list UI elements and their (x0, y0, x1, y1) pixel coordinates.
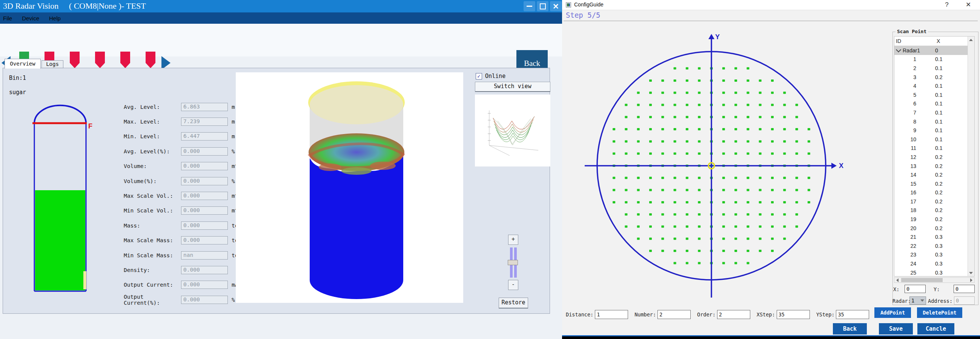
scroll-right-icon[interactable] (968, 277, 974, 282)
ystep-field: YStep: (816, 310, 869, 319)
zoom-in-button[interactable]: + (508, 234, 518, 245)
address-label: Address: (928, 298, 953, 304)
tank-fill-level (35, 190, 85, 290)
table-row[interactable]: 190.2 (894, 215, 968, 224)
close-button[interactable]: ✕ (550, 1, 562, 11)
zoom-out-button[interactable]: - (508, 280, 518, 290)
field-label: XStep: (757, 312, 775, 318)
table-row[interactable]: 220.3 (894, 241, 968, 250)
measurement-fields: Avg. Level:6.863mMax. Level:7.239mMin. L… (124, 100, 242, 307)
scrollbar-thumb[interactable] (901, 278, 943, 282)
cancel-button[interactable]: Cancle (917, 323, 955, 334)
scroll-left-icon[interactable] (894, 277, 900, 282)
table-row[interactable]: 200.2 (894, 224, 968, 233)
field-label: Output Current(%): (124, 294, 181, 306)
field-unit: % (232, 148, 235, 154)
table-row[interactable]: 60.1 (894, 100, 968, 108)
field-value-box: 0.000 (181, 296, 228, 304)
number-field: Number: (635, 310, 690, 319)
menu-help[interactable]: Help (49, 15, 61, 21)
table-row[interactable]: 120.2 (894, 152, 968, 162)
field-value-box: 0.000 (181, 266, 228, 274)
measurement-row: Volume(%):0.000% (124, 174, 242, 189)
column-header-id[interactable]: ID (894, 38, 932, 44)
add-point-button[interactable]: AddPoint (874, 307, 911, 318)
address-input (954, 296, 975, 305)
save-button[interactable]: Save (879, 323, 913, 334)
bin-flag-icon (95, 52, 105, 68)
table-row[interactable]: 160.2 (894, 189, 968, 197)
measurement-row: Mass:0.000ton (124, 218, 242, 233)
table-row[interactable]: 30.2 (894, 73, 968, 82)
x-coord-input[interactable] (905, 285, 926, 293)
field-label: Output Current: (124, 282, 181, 288)
table-row[interactable]: 10.1 (894, 55, 968, 64)
zoom-slider-handle[interactable] (508, 260, 518, 265)
table-body: Radar1010.120.130.240.150.160.170.180.19… (894, 46, 968, 277)
field-unit: m (232, 133, 235, 139)
bin-3d-view[interactable] (236, 72, 463, 303)
menu-device[interactable]: Device (22, 15, 39, 21)
xstep-input[interactable] (777, 310, 810, 319)
table-row-radar1[interactable]: Radar10 (894, 46, 968, 55)
table-row[interactable]: 110.1 (894, 144, 968, 153)
table-row[interactable]: 90.1 (894, 126, 968, 135)
bin-flag-icon (146, 52, 156, 68)
field-value-box: 7.239 (181, 117, 228, 126)
table-row[interactable]: 210.3 (894, 233, 968, 241)
tank-dome-outline (34, 106, 86, 123)
surface-mesh-thumbnail[interactable] (475, 95, 550, 166)
scroll-down-icon[interactable] (968, 270, 974, 276)
number-input[interactable] (657, 310, 690, 319)
field-label: YStep: (816, 312, 835, 318)
bin-flag-icon (120, 52, 130, 68)
table-row[interactable]: 250.3 (894, 268, 968, 277)
field-label: Min Scale Mass: (124, 252, 181, 258)
expand-chevron-icon[interactable] (896, 47, 901, 52)
ystep-input[interactable] (836, 310, 869, 319)
tab-overview[interactable]: Overview (5, 59, 41, 68)
switch-view-button[interactable]: Switch view (475, 82, 550, 92)
measurement-row: Output Current:0.000mA (124, 277, 242, 292)
table-row[interactable]: 230.3 (894, 250, 968, 260)
xstep-field: XStep: (757, 310, 810, 319)
table-row[interactable]: 130.2 (894, 162, 968, 171)
measurement-row: Min Scale Vol.:0.000m^3 (124, 203, 242, 218)
bin-toolbar: Bin:1Bin:2Bin:3Bin:4Bin:5Bin:6 Back (0, 24, 562, 57)
table-row[interactable]: 70.1 (894, 108, 968, 117)
scroll-up-icon[interactable] (968, 36, 974, 43)
field-value-box: 0.000 (181, 147, 228, 155)
field-value-box: 0.000 (181, 236, 228, 244)
field-label: Order: (697, 312, 716, 318)
table-row[interactable]: 150.2 (894, 179, 968, 189)
radar-vision-window: 3D Radar Vision ( COM8|None )- TEST ✕ Fi… (0, 0, 562, 339)
table-row[interactable]: 180.2 (894, 206, 968, 215)
table-row[interactable]: 20.1 (894, 63, 968, 73)
minimize-button[interactable] (523, 1, 535, 11)
field-value-box: 0.000 (181, 177, 228, 185)
menu-file[interactable]: File (3, 15, 12, 21)
table-row[interactable]: 170.2 (894, 197, 968, 206)
table-row[interactable]: 50.1 (894, 90, 968, 100)
horizontal-scrollbar[interactable] (894, 277, 975, 283)
field-value-box: 0.000 (181, 280, 228, 289)
restore-button[interactable]: Restore (499, 298, 528, 309)
table-row[interactable]: 40.1 (894, 81, 968, 90)
delete-point-button[interactable]: DeletePoint (917, 307, 962, 318)
table-row[interactable]: 240.3 (894, 259, 968, 268)
maximize-button[interactable] (537, 1, 549, 11)
full-level-label: F (88, 122, 92, 130)
table-row[interactable]: 80.1 (894, 117, 968, 126)
vertical-scrollbar[interactable] (967, 36, 974, 276)
distance-input[interactable] (595, 310, 628, 319)
table-row[interactable]: 140.2 (894, 170, 968, 179)
tab-logs[interactable]: Logs (41, 60, 64, 68)
order-input[interactable] (717, 310, 750, 319)
table-row[interactable]: 100.1 (894, 135, 968, 144)
measurement-row: Min Scale Mass:nanton (124, 248, 242, 263)
online-checkbox[interactable]: ✓ (476, 73, 482, 79)
y-coord-input[interactable] (954, 285, 975, 293)
x-axis-arrow-icon (831, 163, 837, 169)
wizard-back-button[interactable]: Back (833, 323, 867, 334)
radar-select[interactable]: 1 (910, 296, 926, 305)
